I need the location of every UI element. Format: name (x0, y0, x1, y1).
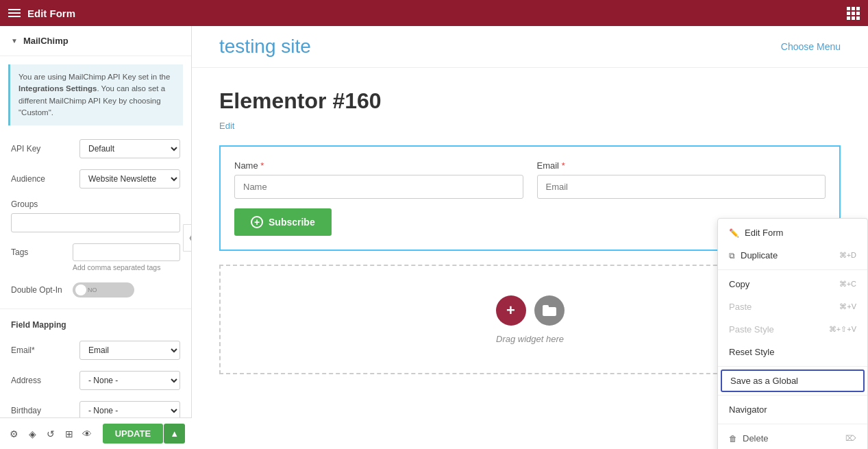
context-copy-label: Copy (729, 279, 749, 289)
context-menu-copy[interactable]: Copy ⌘+C (718, 273, 867, 295)
folder-icon (543, 305, 556, 316)
email-required-mark: * (562, 160, 565, 171)
sidebar: ▼ MailChimp You are using MailChimp API … (0, 26, 192, 449)
page-title: Elementor #160 (219, 88, 841, 114)
sidebar-divider (0, 308, 191, 309)
context-save-global-label: Save as a Global (730, 376, 798, 386)
audience-select[interactable]: Website Newslette (79, 169, 180, 189)
context-menu-duplicate[interactable]: ⧉ Duplicate ⌘+D (718, 244, 867, 267)
drag-hint: Drag widget here (496, 334, 564, 344)
context-duplicate-label: Duplicate (741, 250, 778, 260)
tags-input[interactable] (73, 243, 180, 261)
context-menu-navigator[interactable]: Navigator (718, 398, 867, 421)
name-field-label: Name * (234, 160, 523, 171)
groups-input[interactable] (11, 213, 180, 232)
double-optin-row: Double Opt-In NO (0, 277, 191, 303)
double-optin-label: Double Opt-In (11, 285, 73, 295)
audience-label: Audience (11, 174, 73, 184)
delete-shortcut: ⌦ (845, 434, 856, 443)
context-edit-form-label: Edit Form (745, 228, 783, 238)
email-field-group: Email * (537, 160, 826, 199)
subscribe-label: Subscribe (269, 217, 315, 228)
tags-hint: Add comma separated tags (73, 263, 180, 271)
tags-label: Tags (11, 243, 73, 257)
context-menu-save-global[interactable]: Save as a Global (721, 369, 865, 392)
context-menu-delete[interactable]: 🗑 Delete ⌦ (718, 427, 867, 449)
info-bold: Integrations Settings (18, 84, 97, 93)
paste-shortcut: ⌘+V (839, 302, 856, 311)
context-reset-style-label: Reset Style (729, 347, 774, 357)
mailchimp-arrow-icon: ▼ (11, 37, 18, 45)
update-arrow-button[interactable]: ▲ (164, 424, 185, 444)
context-menu: ✏️ Edit Form ⧉ Duplicate ⌘+D Copy ⌘+C (717, 218, 868, 449)
address-label: Address (11, 376, 73, 385)
hamburger-icon[interactable] (8, 9, 21, 17)
add-widget-button[interactable]: + (496, 295, 526, 326)
api-key-select[interactable]: DefaultCustom (79, 139, 180, 158)
email-mapping-select[interactable]: Email (79, 341, 180, 360)
widget-add-buttons: + (496, 295, 565, 326)
context-menu-paste: Paste ⌘+V (718, 295, 867, 318)
email-mapping-field: Email* Email (0, 335, 191, 365)
grid-icon[interactable] (847, 7, 860, 20)
context-menu-edit-form[interactable]: ✏️ Edit Form (718, 221, 867, 244)
toggle-slider: NO (73, 282, 134, 298)
history-toolbar-icon[interactable]: ↺ (43, 424, 58, 444)
duplicate-icon: ⧉ (729, 251, 735, 260)
tags-right: Add comma separated tags (73, 243, 180, 271)
context-divider-2 (718, 366, 867, 367)
context-divider-4 (718, 424, 867, 424)
add-folder-button[interactable] (534, 295, 565, 326)
context-paste-label: Paste (729, 302, 752, 312)
field-mapping-header: Field Mapping (0, 315, 191, 335)
groups-label: Groups (11, 199, 180, 209)
groups-field: Groups (0, 194, 191, 238)
subscribe-button[interactable]: + Subscribe (234, 208, 332, 236)
bottom-toolbar: ⚙ ◈ ↺ ⊞ 👁 UPDATE ▲ (0, 417, 192, 449)
choose-menu-link[interactable]: Choose Menu (781, 41, 841, 52)
pencil-icon: ✏️ (729, 228, 739, 238)
context-navigator-label: Navigator (729, 404, 767, 415)
preview-toolbar-icon[interactable]: 👁 (80, 424, 95, 444)
main-layout: ▼ MailChimp You are using MailChimp API … (0, 26, 868, 449)
api-key-label: API Key (11, 144, 73, 154)
mailchimp-section-label: MailChimp (23, 36, 69, 46)
svg-rect-1 (543, 305, 549, 308)
context-menu-reset-style[interactable]: Reset Style (718, 341, 867, 363)
update-button-group: UPDATE ▲ (103, 424, 185, 444)
email-mapping-label: Email* (11, 345, 73, 355)
context-item-duplicate-left: ⧉ Duplicate (729, 250, 778, 260)
header-left: Edit Form (8, 8, 75, 19)
form-fields-row: Name * Email * (234, 160, 826, 199)
context-paste-style-label: Paste Style (729, 324, 774, 335)
name-required-mark: * (260, 160, 264, 171)
email-field-input[interactable] (537, 175, 826, 199)
context-item-delete-left: 🗑 Delete (729, 433, 769, 444)
api-key-field: API Key DefaultCustom (0, 134, 191, 164)
duplicate-shortcut: ⌘+D (839, 251, 856, 260)
sidebar-collapse-button[interactable]: ❮ (183, 224, 192, 252)
sidebar-section-mailchimp[interactable]: ▼ MailChimp (0, 26, 191, 56)
context-divider-3 (718, 395, 867, 396)
canvas-area: testing site Choose Menu Elementor #160 … (192, 26, 868, 449)
site-title: testing site (219, 36, 311, 58)
name-field-input[interactable] (234, 175, 523, 199)
context-item-edit-form-left: ✏️ Edit Form (729, 228, 783, 238)
canvas-topbar: testing site Choose Menu (192, 26, 868, 68)
name-field-group: Name * (234, 160, 523, 199)
context-menu-paste-style: Paste Style ⌘+⇧+V (718, 318, 867, 341)
page-edit-link[interactable]: Edit (219, 121, 234, 131)
address-select[interactable]: - None - (79, 371, 180, 390)
layers-toolbar-icon[interactable]: ◈ (25, 424, 40, 444)
navigator-toolbar-icon[interactable]: ⊞ (62, 424, 76, 444)
double-optin-toggle[interactable]: NO (73, 282, 134, 298)
settings-toolbar-icon[interactable]: ⚙ (7, 424, 21, 444)
address-field: Address - None - (0, 365, 191, 396)
tags-field: Tags Add comma separated tags (0, 238, 191, 277)
context-divider-1 (718, 269, 867, 270)
context-delete-label: Delete (743, 433, 769, 444)
info-text-part1: You are using MailChimp API Key set in t… (18, 73, 170, 81)
update-button[interactable]: UPDATE (103, 424, 163, 444)
email-field-label: Email * (537, 160, 826, 171)
page-title-block: Elementor #160 Edit (219, 88, 841, 132)
